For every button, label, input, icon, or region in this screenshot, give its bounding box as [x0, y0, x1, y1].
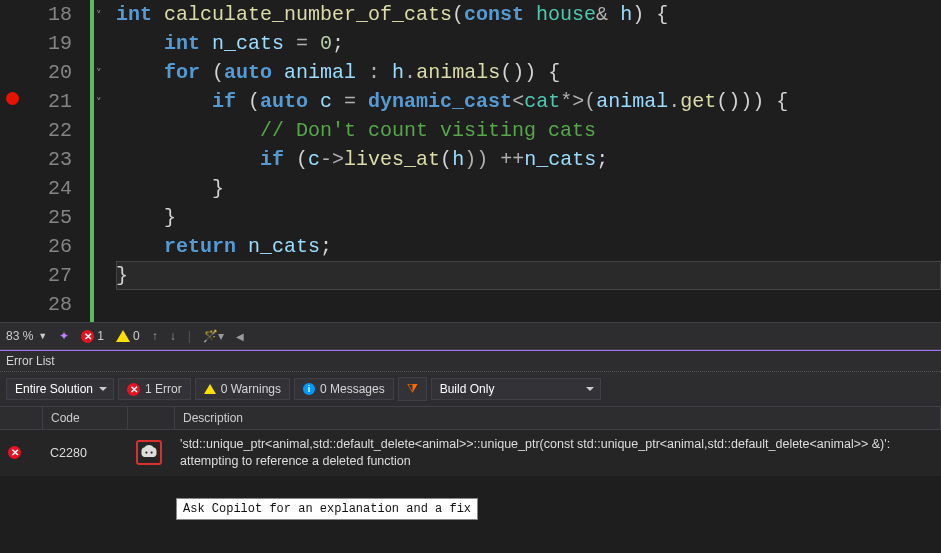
collapse-icon[interactable]: ◀ [236, 331, 244, 342]
code-line[interactable]: } [116, 203, 941, 232]
line-gutter[interactable]: 1819202122232425262728 [0, 0, 90, 322]
line-number[interactable]: 20 [0, 58, 72, 87]
filter-icon: ⧩ [407, 381, 418, 397]
fold-toggle[interactable]: ˅ [96, 67, 102, 80]
scope-dropdown[interactable]: Entire Solution [6, 378, 114, 400]
line-number[interactable]: 19 [0, 29, 72, 58]
mode-dropdown[interactable]: Build Only [431, 378, 601, 400]
error-row[interactable]: ✕ C2280 'std::unique_ptr<animal,std::def… [0, 430, 941, 476]
code-line[interactable]: int n_cats = 0; [116, 29, 941, 58]
warning-count-value: 0 [133, 329, 140, 343]
line-number[interactable]: 18 [0, 0, 72, 29]
error-count-value: 1 [97, 329, 104, 343]
ask-copilot-button[interactable] [136, 440, 162, 465]
row-error-desc: 'std::unique_ptr<animal,std::default_del… [172, 430, 941, 476]
messages-pill-label: 0 Messages [320, 382, 385, 396]
error-icon: ✕ [8, 446, 21, 459]
editor-status-toolbar: 83 % ▼ ✦ ✕ 1 0 ↑ ↓ | 🪄▾ ◀ [0, 322, 941, 350]
separator: | [188, 329, 191, 343]
nav-up-icon[interactable]: ↑ [152, 329, 158, 343]
filter-toggle[interactable]: ⧩ [398, 377, 427, 401]
col-icon-header[interactable] [0, 407, 43, 429]
code-editor[interactable]: 1819202122232425262728 ˅˅˅ int calculate… [0, 0, 941, 322]
copilot-tooltip: Ask Copilot for an explanation and a fix [176, 498, 478, 520]
error-grid-header: Code Description [0, 407, 941, 430]
error-list-tab[interactable]: Error List [0, 351, 941, 372]
copilot-icon [140, 443, 158, 459]
warnings-filter-pill[interactable]: 0 Warnings [195, 378, 290, 400]
code-line[interactable]: } [116, 261, 941, 290]
line-number[interactable]: 25 [0, 203, 72, 232]
col-copilot-header[interactable] [128, 407, 175, 429]
row-error-code: C2280 [42, 440, 126, 466]
code-line[interactable]: } [116, 174, 941, 203]
error-list-toolbar: Entire Solution ✕ 1 Error 0 Warnings i 0… [0, 372, 941, 407]
error-list-panel: Error List Entire Solution ✕ 1 Error 0 W… [0, 350, 941, 476]
code-line[interactable]: if (auto c = dynamic_cast<cat*>(animal.g… [116, 87, 941, 116]
errors-pill-label: 1 Error [145, 382, 182, 396]
warning-icon [116, 330, 130, 342]
nav-down-icon[interactable]: ↓ [170, 329, 176, 343]
col-code-header[interactable]: Code [43, 407, 128, 429]
code-line[interactable]: for (auto animal : h.animals()) { [116, 58, 941, 87]
line-number[interactable]: 24 [0, 174, 72, 203]
chevron-down-icon: ▼ [38, 331, 47, 341]
line-number[interactable]: 28 [0, 290, 72, 319]
warnings-pill-label: 0 Warnings [221, 382, 281, 396]
fold-toggle[interactable]: ˅ [96, 9, 102, 22]
code-line[interactable]: int calculate_number_of_cats(const house… [116, 0, 941, 29]
fold-toggle[interactable]: ˅ [96, 96, 102, 109]
line-number[interactable]: 23 [0, 145, 72, 174]
line-number[interactable]: 26 [0, 232, 72, 261]
messages-filter-pill[interactable]: i 0 Messages [294, 378, 394, 400]
line-number[interactable]: 22 [0, 116, 72, 145]
warning-icon [204, 384, 216, 394]
errors-filter-pill[interactable]: ✕ 1 Error [118, 378, 191, 400]
breakpoint-marker[interactable] [6, 92, 19, 105]
code-line[interactable]: return n_cats; [116, 232, 941, 261]
zoom-dropdown[interactable]: 83 % ▼ [6, 329, 47, 343]
line-number[interactable]: 27 [0, 261, 72, 290]
info-icon: i [303, 383, 315, 395]
error-icon: ✕ [127, 383, 140, 396]
error-icon: ✕ [81, 330, 94, 343]
health-indicator[interactable]: ✦ [59, 329, 69, 343]
code-line[interactable]: // Don't count visiting cats [116, 116, 941, 145]
error-count[interactable]: ✕ 1 [81, 329, 104, 343]
zoom-value: 83 % [6, 329, 33, 343]
code-line[interactable]: if (c->lives_at(h)) ++n_cats; [116, 145, 941, 174]
screwdriver-icon[interactable]: 🪄▾ [203, 329, 224, 343]
warning-count[interactable]: 0 [116, 329, 140, 343]
col-desc-header[interactable]: Description [175, 407, 941, 429]
fold-column[interactable]: ˅˅˅ [94, 0, 110, 322]
code-area[interactable]: int calculate_number_of_cats(const house… [110, 0, 941, 322]
row-severity-icon: ✕ [0, 440, 42, 465]
